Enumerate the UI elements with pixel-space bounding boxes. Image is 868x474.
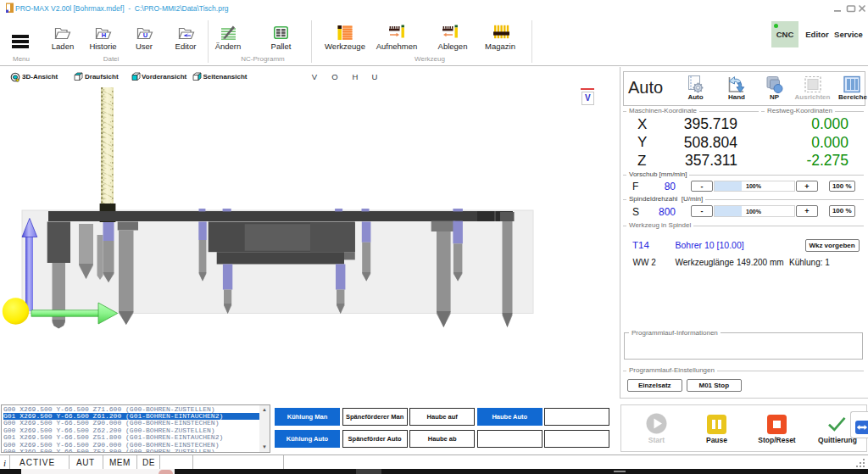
svg-text:H: H bbox=[102, 31, 106, 39]
svg-text:U: U bbox=[142, 31, 147, 39]
